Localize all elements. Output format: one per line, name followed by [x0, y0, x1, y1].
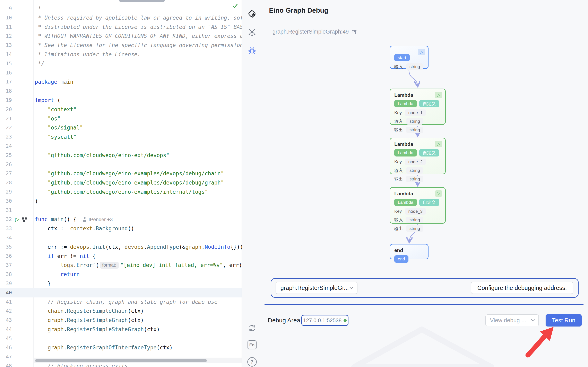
- code-text: err := devops.Init(ctx, devops.AppendTyp…: [35, 242, 242, 252]
- debug-area-label: Debug Area: [268, 317, 300, 324]
- code-editor[interactable]: * http://www.apache.org/licenses/LICENSE…: [0, 0, 242, 367]
- node-play-button[interactable]: ▷: [435, 92, 442, 98]
- node-field-label: Key: [394, 209, 402, 214]
- code-text: logs.Errorf(format:"[eino dev] init fail…: [35, 261, 242, 270]
- test-run-button[interactable]: Test Run: [546, 314, 582, 326]
- line-number: 19: [0, 96, 12, 105]
- code-line[interactable]: 45: [0, 334, 242, 343]
- graph-node-node_3[interactable]: Lambda▷Lambda自定义Keynode_3输入string输出strin…: [390, 187, 446, 224]
- code-line[interactable]: 17package main: [0, 77, 242, 87]
- help-icon[interactable]: ?: [242, 357, 262, 367]
- profiler-icon[interactable]: [22, 217, 28, 222]
- graph-node-start[interactable]: ▷start输入string: [390, 46, 428, 69]
- code-text: "github.com/cloudwego/eino-examples/inte…: [35, 187, 208, 197]
- code-line[interactable]: 40: [0, 288, 242, 297]
- language-icon[interactable]: En: [242, 340, 262, 350]
- code-line[interactable]: 26: [0, 160, 242, 169]
- line-number: 25: [0, 151, 12, 160]
- code-line[interactable]: 44 graph.RegisterSimpleStateGraph(ctx): [0, 325, 242, 334]
- line-number: 47: [0, 352, 12, 361]
- view-debug-dropdown[interactable]: View debug ...: [486, 314, 539, 326]
- line-number: 23: [0, 132, 12, 142]
- code-line[interactable]: 23 "syscall": [0, 132, 242, 142]
- refresh-icon[interactable]: [242, 324, 262, 332]
- code-line[interactable]: 41 // Register chain, graph and state_gr…: [0, 297, 242, 307]
- code-line[interactable]: 19import (: [0, 96, 242, 105]
- code-line[interactable]: 38 return: [0, 270, 242, 279]
- code-text: ctx := context.Background(): [35, 224, 134, 233]
- code-line[interactable]: 13 * See the License for the specific la…: [0, 41, 242, 50]
- code-line[interactable]: 15 */: [0, 59, 242, 68]
- code-line[interactable]: 43 graph.RegisterSimpleGraph(ctx): [0, 316, 242, 325]
- line-number: 12: [0, 32, 12, 41]
- code-line[interactable]: 35 err := devops.Init(ctx, devops.Append…: [0, 242, 242, 252]
- code-line[interactable]: 12 * WITHOUT WARRANTIES OR CONDITIONS OF…: [0, 32, 242, 41]
- breadcrumb: graph.RegisterSimpleGraph:49: [273, 29, 357, 35]
- line-number: 40: [0, 288, 12, 297]
- code-line[interactable]: 42 chain.RegisterSimpleChain(ctx): [0, 307, 242, 316]
- sort-order-icon[interactable]: [351, 29, 357, 34]
- code-line[interactable]: 31: [0, 206, 242, 215]
- code-line[interactable]: 16: [0, 68, 242, 77]
- code-line[interactable]: 30): [0, 197, 242, 206]
- code-line[interactable]: 21 "os": [0, 114, 242, 123]
- code-text: graph.RegisterSimpleStateGraph(ctx): [35, 325, 160, 334]
- code-vision-authors[interactable]: IPender +3: [83, 217, 113, 222]
- code-text: "github.com/cloudwego/eino-examples/devo…: [35, 169, 224, 178]
- code-line[interactable]: 28 "github.com/cloudwego/eino-examples/d…: [0, 178, 242, 187]
- scroll-pill[interactable]: [119, 0, 165, 2]
- code-line[interactable]: 20 "context": [0, 105, 242, 114]
- node-badge: 自定义: [419, 149, 439, 157]
- code-lines: 9 *10 * Unless required by applicable la…: [0, 4, 242, 367]
- code-line[interactable]: 34: [0, 233, 242, 242]
- status-dot: [343, 319, 347, 322]
- line-number: 14: [0, 50, 12, 59]
- code-line[interactable]: 11 * distributed under the License is di…: [0, 23, 242, 32]
- node-play-button[interactable]: ▷: [418, 49, 425, 55]
- debugger-bug-icon[interactable]: [242, 47, 262, 55]
- partial-top-code-line: * http://www.apache.org/licenses/LICENSE…: [35, 0, 192, 3]
- node-play-button[interactable]: ▷: [435, 190, 442, 197]
- inspection-ok-icon[interactable]: [232, 3, 238, 9]
- line-number: 35: [0, 242, 12, 252]
- code-line[interactable]: 37 logs.Errorf(format:"[eino dev] init f…: [0, 261, 242, 270]
- code-line[interactable]: 46 graph.RegisterGraphOfInterfaceType(ct…: [0, 343, 242, 352]
- code-line[interactable]: 29 "github.com/cloudwego/eino-examples/i…: [0, 187, 242, 197]
- code-line[interactable]: 22 "os/signal": [0, 123, 242, 132]
- line-number: 17: [0, 77, 12, 87]
- line-number: 36: [0, 252, 12, 261]
- node-play-button[interactable]: ▷: [435, 141, 442, 147]
- code-line[interactable]: 14 * limitations under the License.: [0, 50, 242, 59]
- line-number: 34: [0, 233, 12, 242]
- graph-node-end[interactable]: endend: [390, 244, 428, 259]
- code-line[interactable]: 9 *: [0, 4, 242, 13]
- line-number: 15: [0, 59, 12, 68]
- code-line[interactable]: 10 * Unless required by applicable law o…: [0, 13, 242, 23]
- run-main-button[interactable]: ▷: [15, 217, 19, 222]
- node-field-value: string: [406, 225, 423, 232]
- line-number: 18: [0, 87, 12, 96]
- graph-node-node_1[interactable]: Lambda▷Lambda自定义Keynode_1输入string输出strin…: [390, 89, 446, 125]
- node-title: end: [390, 244, 428, 253]
- line-number: 44: [0, 325, 12, 334]
- graph-node-node_2[interactable]: Lambda▷Lambda自定义Keynode_2输入string输出strin…: [390, 138, 446, 174]
- code-text: "os": [35, 114, 60, 123]
- code-line[interactable]: 32▷func main() {IPender +3: [0, 215, 242, 224]
- code-line[interactable]: 27 "github.com/cloudwego/eino-examples/d…: [0, 169, 242, 178]
- node-badge: 自定义: [419, 100, 439, 107]
- configure-address-button[interactable]: Configure the debugging address.: [471, 282, 573, 294]
- graph-selector-dropdown[interactable]: graph.RegisterSimpleGr...: [276, 282, 358, 294]
- code-line[interactable]: 33 ctx := context.Background(): [0, 224, 242, 233]
- horizontal-scrollbar-thumb[interactable]: [35, 359, 207, 362]
- code-line[interactable]: 36 if err != nil {: [0, 252, 242, 261]
- node-field-value: string: [406, 217, 423, 223]
- debug-address-badge[interactable]: 127.0.0.1:52538: [301, 315, 349, 326]
- code-line[interactable]: 39 }: [0, 279, 242, 288]
- node-badge: end: [394, 255, 409, 263]
- line-number: 28: [0, 178, 12, 187]
- code-text: if err != nil {: [35, 252, 96, 261]
- code-line[interactable]: 24: [0, 142, 242, 151]
- code-line[interactable]: 25 "github.com/cloudwego/eino-ext/devops…: [0, 151, 242, 160]
- code-line[interactable]: 18: [0, 87, 242, 96]
- graph-view-icon[interactable]: [242, 29, 262, 36]
